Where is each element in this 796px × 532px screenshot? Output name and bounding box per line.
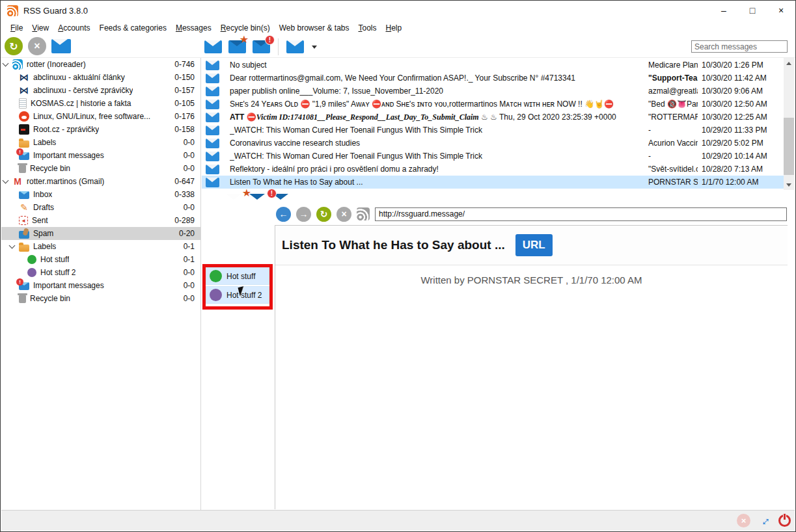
feed-unread-count: 0-20	[179, 229, 200, 238]
feed-label: Drafts	[33, 203, 54, 212]
alert-badge-icon: !	[267, 189, 277, 198]
feed-unread-count: 0-338	[174, 190, 200, 199]
message-row[interactable]: _WATCH: This Woman Cured Her Toenail Fun…	[202, 124, 784, 137]
rss-icon	[357, 207, 370, 220]
chevron-down-icon[interactable]	[312, 46, 317, 49]
refresh-icon[interactable]: ↻	[5, 37, 23, 55]
back-icon[interactable]: ←	[276, 207, 291, 222]
scroll-up-icon[interactable]	[784, 58, 794, 68]
message-row[interactable]: paper publish online___Volume: 7, Issue_…	[202, 85, 784, 98]
message-subject: paper publish online___Volume: 7, Issue_…	[230, 86, 644, 96]
feed-row-recycle-bin[interactable]: Recycle bin0-0	[1, 162, 200, 175]
message-row[interactable]: Dear rottermartinos@gmail.com, We Need Y…	[202, 72, 784, 85]
mark-read-envelope-icon[interactable]	[51, 39, 71, 53]
forward-icon[interactable]: →	[296, 207, 311, 222]
message-row[interactable]: Listen To What he Has to Say about ...PO…	[202, 176, 784, 189]
message-sender: "ROTTERMARTIN...	[648, 113, 698, 122]
drafts-icon: ✎	[19, 202, 29, 213]
unread-envelope-icon	[206, 100, 219, 109]
chevron-expanded-icon[interactable]	[3, 60, 9, 67]
maximize-button[interactable]: □	[738, 1, 767, 20]
message-sender: azmal@greatlake...	[648, 86, 698, 96]
message-row[interactable]: No subjectMedicare Plan <e...10/30/20 1:…	[202, 59, 784, 72]
message-sender: Medicare Plan <e...	[648, 60, 698, 70]
feed-row-abclinuxu-erstv-zpr-vi-ky[interactable]: ⋈abclinuxu - čerstvé zprávičky0-157	[1, 84, 200, 97]
feed-row-labels[interactable]: Labels0-0	[1, 136, 200, 149]
browser-nav-row: ← → ↻ ×	[276, 206, 787, 222]
sent-icon: ◄	[19, 216, 28, 225]
search-input[interactable]	[691, 40, 788, 53]
menu-item-accounts[interactable]: Accounts	[53, 22, 94, 34]
menu-item-tools[interactable]: Tools	[354, 22, 381, 34]
feed-row-inbox[interactable]: Inbox0-338	[1, 188, 200, 201]
refresh-icon[interactable]: ↻	[316, 207, 331, 222]
url-button[interactable]: URL	[515, 234, 553, 256]
feed-row-spam[interactable]: Spam0-20	[1, 227, 200, 240]
message-sender: PORNSTAR SECR...	[648, 178, 698, 187]
message-list-scrollbar[interactable]	[784, 58, 794, 190]
message-row[interactable]: Coronavirus vaccine research studiesAcur…	[202, 137, 784, 150]
feed-row-sent[interactable]: ◄Sent0-289	[1, 214, 200, 227]
chevron-expanded-icon[interactable]	[9, 243, 16, 249]
menu-item-file[interactable]: File	[6, 22, 27, 34]
url-field[interactable]	[375, 207, 787, 221]
trash-icon	[19, 165, 26, 173]
unread-envelope-icon	[206, 139, 219, 148]
close-button[interactable]: ×	[767, 1, 795, 20]
message-toolbar: ★ !	[204, 38, 317, 55]
menu-item-feeds-categories[interactable]: Feeds & categories	[95, 22, 171, 34]
feed-row-hot-stuff-2[interactable]: Hot stuff 20-0	[1, 266, 200, 279]
envelope-open-icon[interactable]	[204, 40, 222, 53]
label-chip-hot-stuff[interactable]: Hot stuff	[206, 267, 269, 285]
menu-item-web-browser-tabs[interactable]: Web browser & tabs	[275, 22, 354, 34]
envelope-star-icon[interactable]: ★	[228, 40, 246, 53]
message-subject: Sʜᴇ's 24 Yᴇᴀʀs Oʟᴅ ⛔ "1,9 miles" Aᴡᴀʏ ⛔ᴀ…	[230, 100, 644, 109]
feed-row-important-messages[interactable]: Important messages0-0	[1, 149, 200, 162]
menu-item-help[interactable]: Help	[381, 22, 407, 34]
scrollbar-thumb[interactable]	[784, 118, 794, 175]
abclinuxu-icon: ⋈	[19, 85, 29, 96]
message-subject: Coronavirus vaccine research studies	[230, 139, 644, 148]
message-row[interactable]: _WATCH: This Woman Cured Her Toenail Fun…	[202, 150, 784, 163]
envelope-alert-icon[interactable]: !	[253, 40, 270, 53]
feed-row-important-messages[interactable]: Important messages0-0	[1, 279, 200, 292]
feed-row-drafts[interactable]: ✎Drafts0-0	[1, 201, 200, 214]
feed-unread-count: 0-0	[184, 281, 200, 290]
toolbar-separator	[278, 38, 279, 55]
minimize-button[interactable]: –	[709, 1, 738, 20]
feed-label: Important messages	[33, 281, 104, 290]
feed-row-linux-gnu-linux-free-software-[interactable]: Linux, GNU/Linux, free software...0-176	[1, 110, 200, 123]
feed-row-rotter-martinos-gmail-[interactable]: Mrotter.martinos (Gmail)0-647	[1, 175, 200, 188]
scroll-down-icon[interactable]	[784, 180, 794, 190]
message-sender: "Bed 🔞👅Partne...	[648, 100, 698, 109]
message-row[interactable]: Sʜᴇ's 24 Yᴇᴀʀs Oʟᴅ ⛔ "1,9 miles" Aᴡᴀʏ ⛔ᴀ…	[202, 98, 784, 111]
feed-row-labels[interactable]: Labels0-1	[1, 240, 200, 253]
menu-item-messages[interactable]: Messages	[171, 22, 216, 34]
power-icon[interactable]	[778, 514, 791, 527]
message-row[interactable]: ATT ⛔Victim ID:1741081__Please_Respond__…	[202, 111, 784, 124]
feed-unread-count: 0-0	[184, 151, 200, 160]
star-badge-icon: ★	[242, 188, 251, 198]
inbox-icon	[19, 191, 29, 199]
menu-item-view[interactable]: View	[27, 22, 53, 34]
feed-row-recycle-bin[interactable]: Recycle bin0-0	[1, 292, 200, 305]
chevron-expanded-icon[interactable]	[3, 178, 9, 184]
stop-icon[interactable]: ×	[336, 207, 351, 222]
feed-row-abclinuxu-aktu-ln-l-nky[interactable]: ⋈abclinuxu - aktuální články0-150	[1, 71, 200, 84]
feed-row-kosmas-cz-historie-a-fakta[interactable]: KOSMAS.cz | historie a fakta0-105	[1, 97, 200, 110]
message-row[interactable]: Reflektory - ideální pro práci i pro osv…	[202, 163, 784, 176]
feed-row-rotter-inoreader-[interactable]: rotter (Inoreader)0-746	[1, 58, 200, 71]
label-color-icon	[210, 289, 222, 301]
fullscreen-icon[interactable]: ↔	[755, 511, 774, 530]
message-date: 10/30/20 1:26 PM	[698, 60, 784, 70]
envelope-dropdown-icon[interactable]	[286, 40, 304, 53]
unread-envelope-icon	[206, 73, 219, 83]
message-subject: Reflektory - ideální pro práci i pro osv…	[230, 165, 644, 174]
menu-item-recycle-bin-s-[interactable]: Recycle bin(s)	[216, 22, 275, 34]
stop-icon[interactable]: ×	[28, 37, 46, 55]
feed-label: Linux, GNU/Linux, free software...	[33, 112, 150, 121]
feed-label: Hot stuff 2	[40, 268, 75, 277]
feed-row-hot-stuff[interactable]: Hot stuff0-1	[1, 253, 200, 266]
feed-row-root-cz-zpr-vi-ky[interactable]: Root.cz - zprávičky0-158	[1, 123, 200, 136]
message-subject: ATT ⛔Victim ID:1741081__Please_Respond__…	[230, 113, 644, 122]
